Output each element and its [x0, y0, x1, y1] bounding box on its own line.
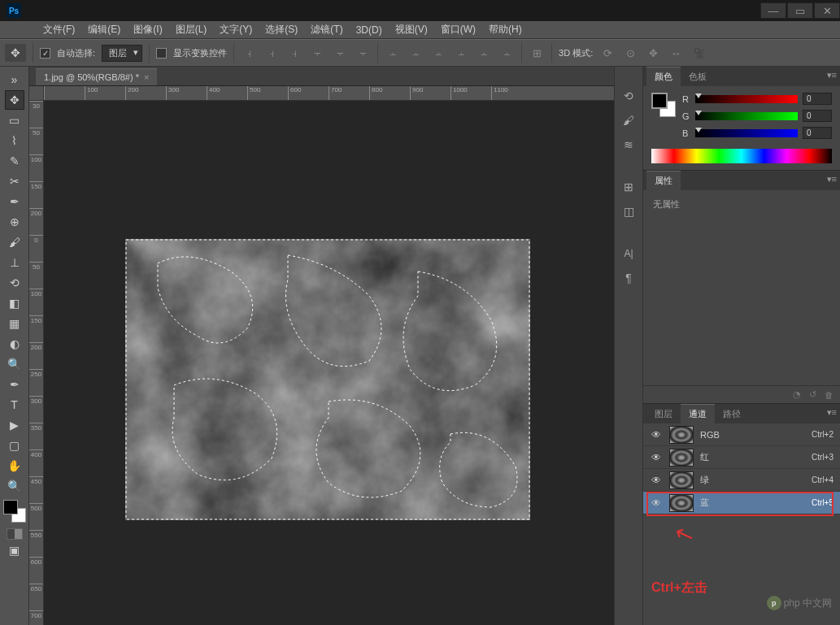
foreground-color[interactable] [3, 500, 18, 514]
canvas-viewport[interactable] [44, 101, 614, 625]
3d-orbit-icon[interactable]: ⟳ [599, 45, 616, 61]
align-left-icon[interactable]: ⫞ [241, 45, 257, 61]
3d-pan-icon[interactable]: ✥ [645, 45, 661, 61]
auto-select-dropdown[interactable]: 图层 [102, 45, 142, 62]
marquee-tool[interactable]: ▭ [5, 111, 24, 130]
color-panel-swatches[interactable] [651, 93, 676, 117]
lasso-tool[interactable]: ⌇ [5, 131, 24, 150]
align-top-icon[interactable]: ⫟ [309, 45, 325, 61]
g-value-input[interactable]: 0 [803, 110, 832, 122]
dodge-tool[interactable]: 🔍 [5, 354, 24, 374]
tab-paths[interactable]: 路径 [715, 405, 749, 423]
eyedropper-tool[interactable]: ✒ [5, 192, 24, 211]
stamp-tool[interactable]: ⊥ [5, 253, 24, 272]
gradient-tool[interactable]: ▦ [5, 314, 24, 333]
3d-zoom-icon[interactable]: 🎥 [690, 45, 707, 61]
canvas-image[interactable] [125, 239, 530, 520]
brush-tool[interactable]: 🖌 [5, 232, 24, 252]
menu-view[interactable]: 视图(V) [389, 20, 434, 39]
tab-swatches[interactable]: 色板 [681, 67, 715, 86]
menu-filter[interactable]: 滤镜(T) [304, 20, 349, 39]
menu-type[interactable]: 文字(Y) [213, 20, 259, 39]
tab-channels[interactable]: 通道 [681, 404, 715, 423]
ruler-horizontal[interactable]: 10020030040050060070080090010001100 [44, 86, 614, 101]
history-panel-icon[interactable]: ⟲ [619, 86, 638, 106]
distribute-icon[interactable]: ⫠ [453, 45, 469, 61]
menu-layer[interactable]: 图层(L) [169, 20, 214, 39]
character-panel-icon[interactable]: A| [619, 244, 638, 263]
props-reset-icon[interactable]: ↺ [809, 389, 816, 400]
menu-image[interactable]: 图像(I) [127, 20, 168, 39]
healing-tool[interactable]: ⊕ [5, 212, 24, 232]
b-value-input[interactable]: 0 [803, 127, 832, 139]
distribute-h-icon[interactable]: ⫠ [385, 45, 401, 61]
ruler-vertical[interactable]: 3050100150200050100150200250300350400450… [29, 101, 44, 625]
trash-icon[interactable]: 🗑 [825, 390, 833, 400]
minimize-button[interactable]: — [760, 2, 786, 19]
distribute-icon[interactable]: ⫠ [498, 45, 515, 61]
visibility-eye-icon[interactable]: 👁 [650, 452, 663, 463]
color-spectrum[interactable] [651, 149, 832, 163]
menu-help[interactable]: 帮助(H) [482, 20, 529, 39]
align-center-v-icon[interactable]: ⫟ [332, 45, 348, 61]
visibility-eye-icon[interactable]: 👁 [650, 475, 663, 486]
blur-tool[interactable]: ◐ [5, 334, 24, 354]
channel-row-RGB[interactable]: 👁RGBCtrl+2 [643, 423, 840, 446]
brushes-panel-icon[interactable]: ≋ [619, 135, 638, 154]
b-slider[interactable] [695, 129, 798, 137]
visibility-eye-icon[interactable]: 👁 [650, 429, 663, 441]
visibility-eye-icon[interactable]: 👁 [650, 497, 663, 509]
tab-color[interactable]: 颜色 [646, 67, 681, 86]
arrange-icon[interactable]: ⊞ [529, 45, 545, 61]
channel-row-蓝[interactable]: 👁蓝Ctrl+5 [643, 492, 840, 514]
clone-panel-icon[interactable]: ⊞ [619, 177, 638, 197]
r-slider[interactable] [695, 95, 798, 103]
r-value-input[interactable]: 0 [803, 93, 832, 105]
show-transform-checkbox[interactable] [156, 48, 167, 59]
collapse-icon[interactable]: » [5, 70, 24, 89]
unknown-panel-icon[interactable]: ◫ [619, 202, 638, 221]
distribute-icon[interactable]: ⫠ [430, 45, 446, 61]
pen-tool[interactable]: ✒ [5, 375, 24, 394]
color-swatches[interactable] [3, 500, 26, 523]
3d-slide-icon[interactable]: ↔ [668, 45, 684, 61]
screen-mode-tool[interactable]: ▣ [5, 540, 24, 560]
quickmask-toggle[interactable] [7, 528, 23, 540]
zoom-tool[interactable]: 🔍 [5, 476, 24, 496]
menu-edit[interactable]: 编辑(E) [81, 20, 127, 39]
channel-row-红[interactable]: 👁红Ctrl+3 [643, 446, 840, 469]
menu-select[interactable]: 选择(S) [259, 20, 304, 39]
channel-row-绿[interactable]: 👁绿Ctrl+4 [643, 469, 840, 492]
distribute-icon[interactable]: ⫠ [476, 45, 492, 61]
brush-panel-icon[interactable]: 🖌 [619, 111, 638, 130]
current-tool-icon[interactable]: ✥ [5, 44, 26, 62]
document-tab[interactable]: 1.jpg @ 50%(RGB/8#) * × [36, 68, 157, 85]
align-bottom-icon[interactable]: ⫟ [355, 45, 371, 61]
panel-menu-icon[interactable]: ▾≡ [827, 174, 837, 184]
panel-menu-icon[interactable]: ▾≡ [827, 407, 837, 418]
menu-window[interactable]: 窗口(W) [434, 20, 482, 39]
menu-3d[interactable]: 3D(D) [350, 22, 389, 38]
props-icon[interactable]: ◔ [793, 389, 801, 400]
maximize-button[interactable]: ▭ [787, 2, 813, 19]
auto-select-checkbox[interactable]: ✓ [40, 48, 50, 59]
type-tool[interactable]: T [5, 395, 24, 414]
3d-roll-icon[interactable]: ⊙ [622, 45, 638, 61]
fg-color-swatch[interactable] [651, 93, 668, 109]
tab-properties[interactable]: 属性 [646, 171, 681, 190]
align-center-h-icon[interactable]: ⫞ [263, 45, 280, 61]
eraser-tool[interactable]: ◧ [5, 293, 24, 313]
align-right-icon[interactable]: ⫞ [286, 45, 302, 61]
g-slider[interactable] [695, 112, 798, 120]
shape-tool[interactable]: ▢ [5, 436, 24, 455]
move-tool[interactable]: ✥ [5, 90, 24, 110]
history-brush-tool[interactable]: ⟲ [5, 273, 24, 293]
hand-tool[interactable]: ✋ [5, 456, 24, 475]
close-button[interactable]: ✕ [814, 2, 840, 19]
close-tab-icon[interactable]: × [144, 72, 149, 82]
path-select-tool[interactable]: ▶ [5, 415, 24, 435]
tab-layers[interactable]: 图层 [646, 405, 681, 423]
menu-file[interactable]: 文件(F) [37, 20, 81, 39]
distribute-v-icon[interactable]: ⫠ [407, 45, 424, 61]
crop-tool[interactable]: ✂ [5, 171, 24, 191]
